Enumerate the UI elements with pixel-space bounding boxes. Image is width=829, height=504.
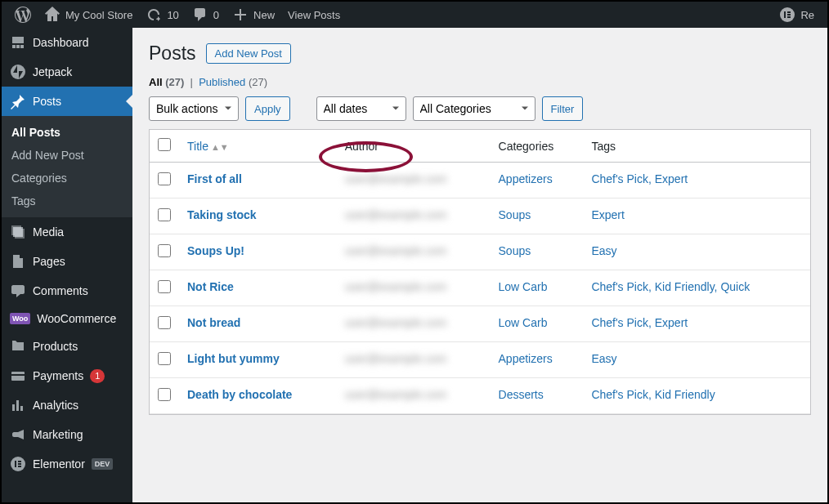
post-title-link[interactable]: First of all (187, 172, 242, 185)
status-filter: All (27) | Published (27) (149, 76, 811, 88)
row-checkbox[interactable] (158, 172, 171, 185)
tags-link[interactable]: Expert (591, 208, 624, 221)
elementor-icon (779, 7, 795, 23)
author-cell: user@example.com (345, 316, 447, 329)
site-name-link[interactable]: My Cool Store (38, 2, 139, 28)
sort-title[interactable]: Title▲▼ (187, 140, 229, 153)
dashboard-icon (10, 34, 26, 51)
post-title-link[interactable]: Death by chocolate (187, 388, 292, 401)
author-cell: user@example.com (345, 208, 447, 221)
tags-link[interactable]: Chef's Pick, Kid Friendly, Quick (591, 280, 750, 293)
row-checkbox[interactable] (158, 280, 171, 293)
view-posts-link[interactable]: View Posts (281, 2, 347, 28)
media-icon (10, 224, 26, 240)
row-checkbox[interactable] (158, 316, 171, 329)
menu-posts[interactable]: Posts (2, 87, 132, 116)
post-title-link[interactable]: Soups Up! (187, 244, 244, 257)
menu-jetpack[interactable]: Jetpack (2, 57, 132, 87)
site-name-label: My Cool Store (65, 9, 132, 21)
menu-woocommerce[interactable]: Woo WooCommerce (2, 306, 132, 332)
elementor-admin-link[interactable]: Re (773, 2, 821, 28)
apply-button[interactable]: Apply (245, 96, 290, 121)
author-cell: user@example.com (345, 244, 447, 257)
header-tags: Tags (583, 130, 810, 163)
jetpack-icon (10, 64, 26, 80)
post-title-link[interactable]: Not Rice (187, 280, 234, 293)
menu-dashboard[interactable]: Dashboard (2, 28, 132, 57)
comments-link[interactable]: 0 (186, 2, 226, 28)
update-icon (146, 7, 162, 23)
tags-link[interactable]: Chef's Pick, Expert (591, 172, 688, 185)
category-link[interactable]: Appetizers (499, 352, 553, 365)
submenu-categories[interactable]: Categories (2, 167, 132, 190)
row-checkbox[interactable] (158, 208, 171, 221)
author-cell: user@example.com (345, 280, 447, 293)
category-link[interactable]: Soups (499, 244, 531, 257)
svg-rect-3 (787, 14, 791, 16)
filter-all[interactable]: All (27) (149, 76, 184, 88)
post-title-link[interactable]: Taking stock (187, 208, 257, 221)
page-title: Posts (149, 42, 196, 65)
home-icon (44, 7, 60, 23)
new-content-link[interactable]: New (226, 2, 281, 28)
category-link[interactable]: Low Carb (499, 316, 548, 329)
author-cell: user@example.com (345, 352, 447, 365)
table-row: Not bread user@example.com Low Carb Chef… (150, 306, 810, 342)
submenu-tags[interactable]: Tags (2, 190, 132, 212)
updates-link[interactable]: 10 (139, 2, 185, 28)
posts-table: Title▲▼ Author Categories Tags First of … (149, 129, 811, 415)
wordpress-icon (15, 7, 31, 23)
tags-link[interactable]: Chef's Pick, Expert (591, 316, 688, 329)
table-row: First of all user@example.com Appetizers… (150, 163, 810, 198)
comment-icon (192, 7, 208, 23)
menu-analytics[interactable]: Analytics (2, 390, 132, 420)
admin-sidebar: Dashboard Jetpack Posts All Posts Add Ne… (2, 28, 132, 502)
admin-bar: My Cool Store 10 0 New View Posts Re (2, 2, 827, 28)
tags-link[interactable]: Chef's Pick, Kid Friendly (591, 388, 715, 401)
add-new-post-button[interactable]: Add New Post (206, 43, 291, 64)
menu-products[interactable]: Products (2, 332, 132, 361)
menu-pages[interactable]: Pages (2, 247, 132, 276)
tags-link[interactable]: Easy (591, 352, 616, 365)
svg-rect-4 (787, 16, 791, 18)
category-link[interactable]: Appetizers (499, 172, 553, 185)
submenu-add-new-post[interactable]: Add New Post (2, 144, 132, 167)
svg-rect-7 (11, 374, 25, 376)
row-checkbox[interactable] (158, 244, 171, 257)
updates-count: 10 (167, 9, 178, 21)
wp-logo-menu[interactable] (8, 2, 38, 28)
post-title-link[interactable]: Light but yummy (187, 352, 280, 365)
pages-icon (10, 253, 26, 270)
category-link[interactable]: Low Carb (499, 280, 548, 293)
menu-payments[interactable]: Payments 1 (2, 361, 132, 390)
row-checkbox[interactable] (158, 388, 171, 401)
svg-rect-12 (18, 466, 21, 467)
table-row: Soups Up! user@example.com Soups Easy (150, 234, 810, 270)
post-title-link[interactable]: Not bread (187, 316, 240, 329)
right-label: Re (800, 9, 814, 21)
submenu-all-posts[interactable]: All Posts (2, 121, 132, 144)
bulk-actions-select[interactable]: Bulk actions (149, 96, 239, 121)
dates-select[interactable]: All dates (316, 96, 406, 121)
payments-badge: 1 (90, 369, 105, 383)
categories-select[interactable]: All Categories (413, 96, 535, 121)
filter-published[interactable]: Published (27) (199, 76, 267, 88)
svg-rect-9 (15, 461, 16, 467)
filter-button[interactable]: Filter (542, 96, 584, 121)
dev-badge: DEV (92, 458, 114, 470)
author-cell: user@example.com (345, 388, 447, 401)
menu-marketing[interactable]: Marketing (2, 420, 132, 449)
table-row: Death by chocolate user@example.com Dess… (150, 378, 810, 414)
category-link[interactable]: Soups (499, 208, 531, 221)
row-checkbox[interactable] (158, 352, 171, 365)
menu-comments[interactable]: Comments (2, 276, 132, 306)
menu-media[interactable]: Media (2, 217, 132, 247)
megaphone-icon (10, 426, 26, 443)
select-all-checkbox[interactable] (158, 138, 171, 151)
comments-count: 0 (213, 9, 219, 21)
category-link[interactable]: Desserts (499, 388, 544, 401)
elementor-menu-icon (10, 456, 26, 472)
menu-elementor[interactable]: Elementor DEV (2, 449, 132, 479)
tags-link[interactable]: Easy (591, 244, 616, 257)
table-row: Light but yummy user@example.com Appetiz… (150, 342, 810, 378)
